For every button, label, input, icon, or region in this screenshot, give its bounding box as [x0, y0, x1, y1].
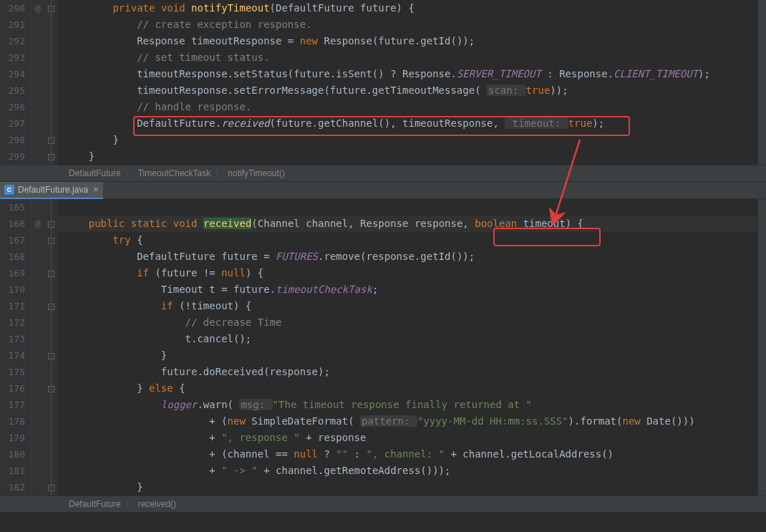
code-content[interactable]: + (new SimpleDateFormat( pattern: "yyyy-… — [57, 413, 766, 430]
code-line[interactable]: 292 Response timeoutResponse = new Respo… — [0, 33, 766, 49]
code-content[interactable]: logger.warn( msg: "The timeout response … — [57, 397, 766, 413]
breadcrumb-item[interactable]: notifyTimeout() — [223, 168, 289, 178]
line-number[interactable]: 181 — [0, 463, 31, 479]
fold-gutter[interactable] — [44, 33, 57, 49]
line-number[interactable]: 165 — [0, 199, 31, 216]
fold-gutter[interactable]: - — [44, 298, 57, 314]
fold-gutter[interactable] — [44, 82, 57, 99]
code-content[interactable]: } — [57, 347, 766, 364]
line-number[interactable]: 177 — [0, 397, 31, 413]
line-number[interactable]: 297 — [0, 115, 31, 132]
code-line[interactable]: 291 // create exception response. — [0, 16, 766, 33]
code-content[interactable]: if (!timeout) { — [57, 298, 766, 314]
code-content[interactable]: // set timeout status. — [57, 49, 766, 66]
code-line[interactable]: 167- try { — [0, 232, 766, 248]
line-number[interactable]: 291 — [0, 16, 31, 33]
close-icon[interactable]: × — [93, 184, 99, 195]
code-content[interactable]: + " -> " + channel.getRemoteAddress())); — [57, 463, 766, 479]
line-number[interactable]: 171 — [0, 298, 31, 314]
line-number[interactable]: 290 — [0, 0, 31, 16]
fold-gutter[interactable] — [44, 446, 57, 463]
fold-gutter[interactable] — [44, 199, 57, 216]
code-content[interactable]: } — [57, 479, 766, 495]
code-line[interactable]: 296 // handle response. — [0, 99, 766, 115]
code-content[interactable]: } — [57, 132, 766, 148]
fold-gutter[interactable] — [44, 430, 57, 446]
code-content[interactable]: Response timeoutResponse = new Response(… — [57, 33, 766, 49]
code-content[interactable]: // handle response. — [57, 99, 766, 115]
line-number[interactable]: 296 — [0, 99, 31, 115]
fold-gutter[interactable] — [44, 115, 57, 132]
code-line[interactable]: 175 future.doReceived(response); — [0, 364, 766, 380]
line-number[interactable]: 175 — [0, 364, 31, 380]
fold-gutter[interactable] — [44, 364, 57, 380]
line-number[interactable]: 166 — [0, 216, 31, 232]
code-line[interactable]: 294 timeoutResponse.setStatus(future.isS… — [0, 66, 766, 82]
code-content[interactable]: timeoutResponse.setStatus(future.isSent(… — [57, 66, 766, 82]
code-line[interactable]: 180 + (channel == null ? "" : ", channel… — [0, 446, 766, 463]
code-line[interactable]: 176- } else { — [0, 380, 766, 397]
line-number[interactable]: 167 — [0, 232, 31, 248]
code-line[interactable]: 177 logger.warn( msg: "The timeout respo… — [0, 397, 766, 413]
breadcrumb-item[interactable]: received() — [134, 499, 180, 509]
code-content[interactable]: public static void received(Channel chan… — [57, 216, 766, 232]
code-line[interactable]: 295 timeoutResponse.setErrorMessage(futu… — [0, 82, 766, 99]
code-content[interactable]: try { — [57, 232, 766, 248]
line-number[interactable]: 293 — [0, 49, 31, 66]
code-content[interactable]: } — [57, 148, 766, 165]
code-line[interactable]: 299- } — [0, 148, 766, 165]
code-line[interactable]: 293 // set timeout status. — [0, 49, 766, 66]
fold-gutter[interactable]: - — [44, 216, 57, 232]
code-line[interactable]: 182- } — [0, 479, 766, 495]
fold-gutter[interactable] — [44, 413, 57, 430]
fold-gutter[interactable] — [44, 16, 57, 33]
fold-gutter[interactable]: - — [44, 380, 57, 397]
fold-gutter[interactable] — [44, 281, 57, 298]
line-number[interactable]: 178 — [0, 413, 31, 430]
breadcrumb-item[interactable]: TimeoutCheckTask — [134, 168, 215, 178]
code-content[interactable] — [57, 199, 766, 216]
code-content[interactable]: // create exception response. — [57, 16, 766, 33]
breadcrumb-top[interactable]: DefaultFuture〉TimeoutCheckTask〉notifyTim… — [0, 165, 766, 182]
code-line[interactable]: 170 Timeout t = future.timeoutCheckTask; — [0, 281, 766, 298]
fold-gutter[interactable] — [44, 99, 57, 115]
code-line[interactable]: 298- } — [0, 132, 766, 148]
fold-gutter[interactable]: - — [44, 232, 57, 248]
code-line[interactable]: 178 + (new SimpleDateFormat( pattern: "y… — [0, 413, 766, 430]
line-number[interactable]: 179 — [0, 430, 31, 446]
fold-gutter[interactable] — [44, 49, 57, 66]
breadcrumb-item[interactable]: DefaultFuture — [64, 168, 125, 178]
code-line[interactable]: 290@- private void notifyTimeout(Default… — [0, 0, 766, 16]
code-line[interactable]: 165 — [0, 199, 766, 216]
code-line[interactable]: 181 + " -> " + channel.getRemoteAddress(… — [0, 463, 766, 479]
line-number[interactable]: 169 — [0, 265, 31, 281]
line-number[interactable]: 295 — [0, 82, 31, 99]
line-number[interactable]: 298 — [0, 132, 31, 148]
code-line[interactable]: 173 t.cancel(); — [0, 331, 766, 347]
code-content[interactable]: private void notifyTimeout(DefaultFuture… — [57, 0, 766, 16]
code-content[interactable]: + ", response " + response — [57, 430, 766, 446]
line-number[interactable]: 176 — [0, 380, 31, 397]
fold-gutter[interactable]: - — [44, 132, 57, 148]
fold-gutter[interactable]: - — [44, 148, 57, 165]
line-number[interactable]: 294 — [0, 66, 31, 82]
code-content[interactable]: // decrease Time — [57, 314, 766, 331]
line-number[interactable]: 173 — [0, 331, 31, 347]
code-content[interactable]: future.doReceived(response); — [57, 364, 766, 380]
editor-tab[interactable]: C DefaultFuture.java × — [0, 182, 103, 199]
breadcrumb-item[interactable]: DefaultFuture — [64, 499, 125, 509]
fold-gutter[interactable] — [44, 314, 57, 331]
fold-gutter[interactable]: - — [44, 265, 57, 281]
line-number[interactable]: 170 — [0, 281, 31, 298]
code-content[interactable]: DefaultFuture future = FUTURES.remove(re… — [57, 248, 766, 265]
code-content[interactable]: DefaultFuture.received(future.getChannel… — [57, 115, 766, 132]
code-content[interactable]: } else { — [57, 380, 766, 397]
fold-gutter[interactable]: - — [44, 347, 57, 364]
line-number[interactable]: 292 — [0, 33, 31, 49]
line-number[interactable]: 168 — [0, 248, 31, 265]
code-line[interactable]: 171- if (!timeout) { — [0, 298, 766, 314]
code-content[interactable]: if (future != null) { — [57, 265, 766, 281]
line-number[interactable]: 174 — [0, 347, 31, 364]
line-number[interactable]: 172 — [0, 314, 31, 331]
code-content[interactable]: Timeout t = future.timeoutCheckTask; — [57, 281, 766, 298]
